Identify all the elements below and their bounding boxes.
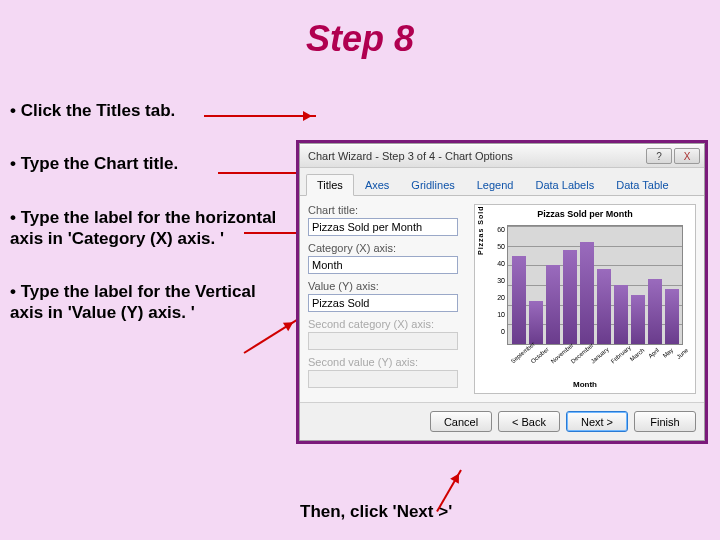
tab-titles[interactable]: Titles — [306, 174, 354, 196]
chart-title-label: Chart title: — [308, 204, 468, 216]
chart-title-input[interactable] — [308, 218, 458, 236]
ytick: 20 — [493, 289, 505, 306]
chart-bar — [648, 279, 662, 344]
close-button[interactable]: X — [674, 148, 700, 164]
chart-bar — [546, 265, 560, 344]
help-button[interactable]: ? — [646, 148, 672, 164]
chart-bar — [580, 242, 594, 344]
instruction-text: Type the Chart title. — [21, 154, 178, 173]
tab-gridlines[interactable]: Gridlines — [400, 174, 465, 196]
chart-bar — [614, 285, 628, 344]
second-value-y-label: Second value (Y) axis: — [308, 356, 468, 368]
tab-axes[interactable]: Axes — [354, 174, 400, 196]
category-x-label: Category (X) axis: — [308, 242, 468, 254]
ytick: 0 — [493, 323, 505, 340]
xtick: December — [570, 347, 589, 364]
chart-preview-title: Pizzas Sold per Month — [475, 205, 695, 219]
back-button[interactable]: < Back — [498, 411, 560, 432]
next-button[interactable]: Next > — [566, 411, 628, 432]
dialog-titlebar: Chart Wizard - Step 3 of 4 - Chart Optio… — [300, 144, 704, 168]
category-x-input[interactable] — [308, 256, 458, 274]
footer-instruction: Then, click 'Next >' — [300, 502, 452, 522]
instruction-text: Type the label for the horizontal axis i… — [10, 208, 276, 248]
tab-data-labels[interactable]: Data Labels — [524, 174, 605, 196]
arrow-to-titles-tab — [204, 115, 316, 117]
instruction-text: Click the Titles tab. — [21, 101, 176, 120]
xtick: January — [590, 347, 609, 364]
dialog-title: Chart Wizard - Step 3 of 4 - Chart Optio… — [308, 150, 644, 162]
chart-y-ticks: 60 50 40 30 20 10 0 — [493, 221, 505, 340]
tab-bar: Titles Axes Gridlines Legend Data Labels… — [300, 168, 704, 196]
second-value-y-input — [308, 370, 458, 388]
ytick: 40 — [493, 255, 505, 272]
xtick: September — [510, 347, 529, 364]
second-category-x-input — [308, 332, 458, 350]
xtick: February — [610, 347, 629, 364]
cancel-button[interactable]: Cancel — [430, 411, 492, 432]
chart-bar — [529, 301, 543, 344]
chart-x-axis-label: Month — [475, 380, 695, 389]
dialog-body: Chart title: Category (X) axis: Value (Y… — [300, 196, 704, 402]
chart-bar — [512, 256, 526, 345]
chart-wizard-dialog: Chart Wizard - Step 3 of 4 - Chart Optio… — [296, 140, 708, 444]
xtick: May — [659, 347, 674, 361]
ytick: 50 — [493, 238, 505, 255]
instruction-item: • Type the label for the Vertical axis i… — [10, 281, 290, 324]
dialog-button-bar: Cancel < Back Next > Finish — [300, 402, 704, 440]
chart-bar — [563, 250, 577, 344]
instruction-text: Type the label for the Vertical axis in … — [10, 282, 256, 322]
form-column: Chart title: Category (X) axis: Value (Y… — [308, 204, 468, 394]
chart-bar — [631, 295, 645, 344]
chart-y-axis-label: Pizzas Sold — [477, 205, 484, 255]
xtick: October — [530, 347, 549, 364]
second-category-x-label: Second category (X) axis: — [308, 318, 468, 330]
chart-bar — [665, 289, 679, 344]
chart-x-ticks: SeptemberOctoberNovemberDecemberJanuaryF… — [505, 347, 685, 353]
finish-button[interactable]: Finish — [634, 411, 696, 432]
chart-plot-area — [507, 225, 683, 345]
slide-title: Step 8 — [0, 0, 720, 74]
xtick: June — [674, 347, 689, 361]
instruction-list: • Click the Titles tab. • Type the Chart… — [10, 100, 290, 356]
value-y-input[interactable] — [308, 294, 458, 312]
ytick: 10 — [493, 306, 505, 323]
instruction-item: • Type the label for the horizontal axis… — [10, 207, 290, 250]
tab-legend[interactable]: Legend — [466, 174, 525, 196]
xtick: November — [550, 347, 569, 364]
tab-data-table[interactable]: Data Table — [605, 174, 679, 196]
instruction-item: • Click the Titles tab. — [10, 100, 290, 121]
value-y-label: Value (Y) axis: — [308, 280, 468, 292]
xtick: April — [645, 347, 660, 361]
ytick: 60 — [493, 221, 505, 238]
ytick: 30 — [493, 272, 505, 289]
chart-bar — [597, 269, 611, 344]
chart-preview: Pizzas Sold per Month Pizzas Sold 60 50 … — [474, 204, 696, 394]
